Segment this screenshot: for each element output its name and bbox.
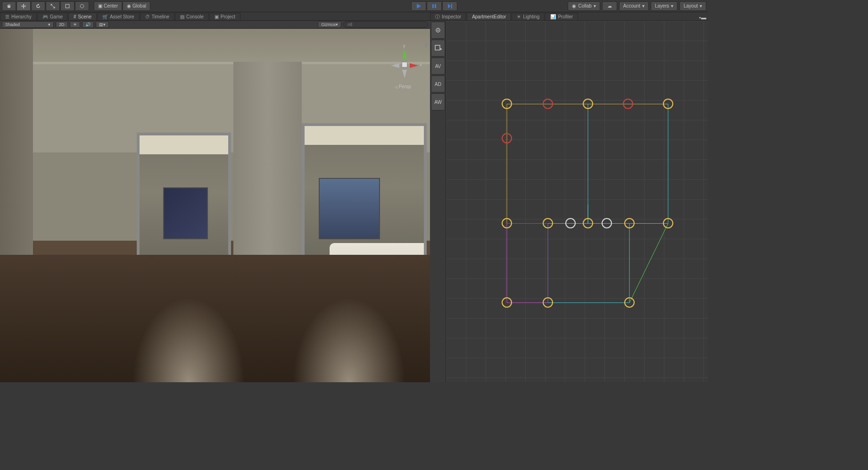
- 2d-toggle[interactable]: 2D: [56, 21, 68, 28]
- pivot-center-label: Center: [104, 3, 118, 8]
- lighting-toggle[interactable]: ☀: [70, 21, 80, 28]
- graph-edge: [548, 224, 548, 303]
- play-button[interactable]: [411, 1, 426, 11]
- gizmo-persp-label[interactable]: ◁ Persp: [395, 84, 411, 89]
- layout-label: Layout: [684, 3, 698, 8]
- pivot-global-button[interactable]: ◉Global: [123, 1, 150, 11]
- tab-asset-store[interactable]: 🛒Asset Store: [97, 13, 140, 20]
- graph-node[interactable]: [565, 218, 576, 228]
- graph-node[interactable]: [543, 218, 553, 228]
- cloud-icon: ☁: [607, 3, 612, 8]
- graph-node[interactable]: [583, 218, 593, 228]
- chevron-down-icon: ▾: [700, 3, 702, 8]
- gizmos-label: Gizmos: [321, 22, 336, 27]
- scene-search-input[interactable]: [343, 21, 428, 28]
- svg-rect-7: [435, 45, 440, 50]
- tab-profiler[interactable]: 📊Profiler: [545, 13, 578, 20]
- shaded-label: Shaded: [5, 22, 20, 27]
- orientation-gizmo[interactable]: x y ◁ Persp: [385, 45, 423, 83]
- tab-console[interactable]: ▤Console: [175, 13, 209, 20]
- gizmos-dropdown[interactable]: Gizmos▾: [318, 21, 341, 28]
- tab-project[interactable]: ▣Project: [209, 13, 240, 20]
- tab-options-icon[interactable]: ▪▬: [699, 15, 706, 20]
- lighting-icon: ☀: [517, 14, 521, 19]
- chevron-down-icon: ▾: [48, 22, 50, 27]
- vertex-tool[interactable]: [431, 22, 445, 39]
- graph-node[interactable]: [602, 218, 612, 228]
- layers-label: Layers: [655, 3, 669, 8]
- graph-edge: [629, 223, 668, 224]
- tab-timeline[interactable]: ⏱Timeline: [140, 13, 174, 20]
- chevron-down-icon: ▾: [594, 3, 596, 8]
- scale-tool[interactable]: [46, 1, 60, 11]
- graph-node[interactable]: [624, 297, 635, 308]
- graph-node[interactable]: [502, 133, 512, 143]
- account-label: Account: [623, 3, 640, 8]
- tab-label: Hierarchy: [11, 14, 32, 19]
- account-dropdown[interactable]: Account▾: [619, 1, 649, 11]
- chevron-down-icon: ▾: [336, 22, 338, 27]
- left-tab-bar: ☰Hierarchy 🎮Game #Scene 🛒Asset Store ⏱Ti…: [0, 12, 430, 21]
- rotate-tool[interactable]: [31, 1, 45, 11]
- graph-node[interactable]: [502, 218, 512, 228]
- graph-node[interactable]: [663, 218, 673, 228]
- hand-tool[interactable]: [2, 1, 16, 11]
- graph-node[interactable]: [543, 297, 553, 308]
- add-rect-tool[interactable]: [431, 40, 445, 57]
- tab-label: Asset Store: [110, 14, 134, 19]
- av-tool[interactable]: AV: [431, 58, 445, 75]
- chevron-down-icon: ▾: [103, 22, 106, 27]
- transform-tool[interactable]: [75, 1, 89, 11]
- cloud-button[interactable]: ☁: [602, 1, 617, 11]
- tab-scene[interactable]: #Scene: [68, 13, 97, 20]
- ceiling: [0, 29, 430, 62]
- tab-lighting[interactable]: ☀Lighting: [512, 13, 545, 20]
- svg-rect-2: [432, 4, 434, 8]
- tab-label: Project: [221, 14, 235, 19]
- apartment-editor-canvas[interactable]: [446, 21, 708, 382]
- gizmo-y-axis[interactable]: [402, 50, 407, 59]
- fx-toggle[interactable]: ▤▾: [96, 21, 109, 28]
- graph-node[interactable]: [543, 99, 553, 109]
- shaded-dropdown[interactable]: Shaded▾: [2, 21, 54, 28]
- audio-toggle[interactable]: 🔊: [82, 21, 94, 28]
- svg-rect-4: [451, 4, 452, 8]
- graph-node[interactable]: [623, 99, 633, 109]
- 2d-label: 2D: [59, 22, 65, 27]
- aw-tool[interactable]: AW: [431, 93, 445, 110]
- timeline-icon: ⏱: [145, 14, 150, 19]
- scene-lock-icon[interactable]: [425, 42, 427, 48]
- graph-node[interactable]: [502, 297, 512, 308]
- tab-label: Timeline: [152, 14, 169, 19]
- tab-apartment-editor[interactable]: ApartmentEditor: [467, 13, 511, 20]
- pivot-center-button[interactable]: ▣Center: [94, 1, 122, 11]
- pause-button[interactable]: [427, 1, 442, 11]
- gizmo-x-axis[interactable]: [410, 63, 418, 68]
- layers-dropdown[interactable]: Layers▾: [651, 1, 678, 11]
- move-tool[interactable]: [17, 1, 31, 11]
- step-button[interactable]: [442, 1, 457, 11]
- layout-dropdown[interactable]: Layout▾: [679, 1, 706, 11]
- rect-tool[interactable]: [60, 1, 74, 11]
- tab-inspector[interactable]: ⓘInspector: [430, 13, 466, 20]
- collab-dropdown[interactable]: ◉Collab▾: [568, 1, 600, 11]
- av-label: AV: [435, 64, 441, 69]
- graph-edge: [548, 302, 629, 303]
- tab-hierarchy[interactable]: ☰Hierarchy: [0, 13, 37, 20]
- tab-label: Game: [50, 14, 63, 19]
- graph-node[interactable]: [502, 99, 512, 109]
- collab-icon: ◉: [572, 3, 576, 8]
- graph-node[interactable]: [663, 99, 673, 109]
- gizmo-neg-y[interactable]: [402, 70, 407, 78]
- hierarchy-icon: ☰: [5, 14, 9, 19]
- gizmo-center[interactable]: [402, 62, 407, 67]
- gizmo-x-label: x: [420, 62, 422, 67]
- gizmo-neg-x[interactable]: [391, 63, 399, 68]
- scene-viewport[interactable]: x y ◁ Persp: [0, 29, 430, 382]
- globe-icon: ◉: [127, 3, 131, 8]
- tab-game[interactable]: 🎮Game: [37, 13, 68, 20]
- graph-edge: [507, 104, 507, 224]
- graph-node[interactable]: [583, 99, 593, 109]
- graph-node[interactable]: [624, 218, 635, 228]
- ad-tool[interactable]: AD: [431, 76, 445, 92]
